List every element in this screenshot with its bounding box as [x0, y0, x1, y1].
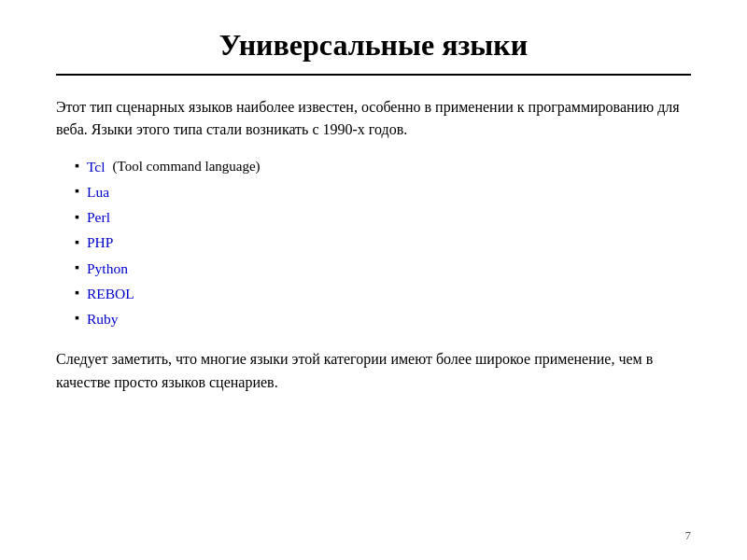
- slide: Универсальные языки Этот тип сценарных я…: [0, 0, 747, 560]
- list-item: Lua: [75, 179, 691, 204]
- title-area: Универсальные языки: [56, 28, 691, 76]
- intro-paragraph: Этот тип сценарных языков наиболее извес…: [56, 96, 691, 141]
- list-item: REBOL: [75, 281, 691, 306]
- list-item: Tcl (Tool command language): [75, 154, 691, 179]
- language-label: Tcl: [87, 154, 106, 179]
- language-label: Lua: [87, 179, 109, 204]
- language-label: Perl: [87, 204, 110, 230]
- language-label: REBOL: [87, 281, 134, 306]
- language-label: Python: [87, 256, 128, 281]
- list-item: Python: [75, 256, 691, 281]
- page-number: 7: [685, 528, 692, 543]
- list-item: Ruby: [75, 306, 691, 331]
- slide-title: Универсальные языки: [56, 28, 691, 63]
- list-item: PHP: [75, 230, 691, 255]
- language-note: (Tool command language): [113, 154, 261, 178]
- language-label: Ruby: [87, 306, 119, 331]
- language-list: Tcl (Tool command language)LuaPerlPHPPyt…: [75, 154, 691, 331]
- list-item: Perl: [75, 204, 691, 230]
- footer-paragraph: Следует заметить, что многие языки этой …: [56, 348, 691, 395]
- language-label: PHP: [87, 230, 113, 255]
